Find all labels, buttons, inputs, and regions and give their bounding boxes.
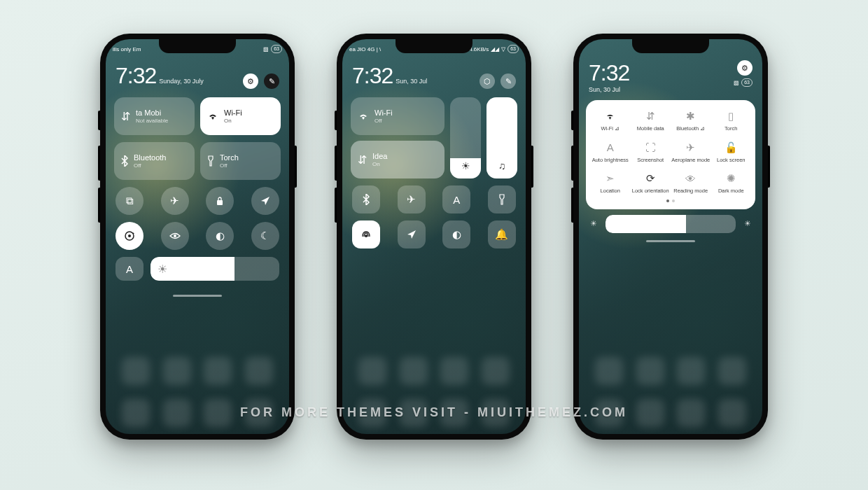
qs-label: Torch: [724, 126, 737, 132]
qs-mobile[interactable]: ⇵Mobile data: [631, 110, 671, 132]
qs-location[interactable]: ➣Location: [590, 172, 631, 194]
mobile-data-tile[interactable]: ⇵ ta Mobi Not available: [114, 97, 195, 135]
lock-icon: [216, 196, 224, 206]
qs-screenshot[interactable]: ⛶Screenshot: [631, 141, 671, 163]
qs-lockscreen[interactable]: 🔓Lock screen: [711, 141, 752, 163]
qs-darkmode[interactable]: ✺Dark mode: [711, 172, 752, 194]
battery-icon: 63: [507, 45, 519, 53]
quick-settings-card: Wi-Fi ⊿⇵Mobile data✱Bluetooth ⊿▯TorchAAu…: [586, 100, 755, 209]
hotspot-toggle[interactable]: [352, 220, 380, 248]
lockscreen-icon: 🔓: [724, 141, 738, 154]
edit-button[interactable]: ✎: [500, 74, 516, 89]
plane-icon: ✈: [407, 193, 416, 206]
brightness-slider[interactable]: ☀: [150, 257, 279, 281]
contrast-toggle[interactable]: ◐: [206, 222, 234, 250]
reading-toggle[interactable]: [161, 222, 189, 250]
edit-button[interactable]: ✎: [264, 74, 279, 89]
notch: [159, 39, 236, 53]
qs-bluetooth[interactable]: ✱Bluetooth ⊿: [671, 110, 711, 132]
bt-sub: Off: [134, 162, 166, 169]
wifi-tile[interactable]: Wi-Fi On: [200, 97, 281, 135]
data-icon: ⇵: [121, 110, 130, 123]
svg-point-2: [128, 234, 131, 237]
bluetooth-tile[interactable]: Bluetooth Off: [114, 142, 195, 180]
lockorient-icon: ⟳: [646, 172, 655, 185]
lock-toggle[interactable]: [206, 187, 234, 215]
mobile-data-tile[interactable]: ⇵ Idea On: [351, 141, 444, 178]
idea-sub: On: [372, 161, 387, 167]
auto-icon: A: [126, 263, 133, 275]
auto-icon: A: [453, 194, 460, 206]
qs-label: Location: [601, 188, 620, 194]
clock-time: 7:32: [589, 60, 629, 86]
rotation-lock-toggle[interactable]: [115, 222, 144, 250]
settings-button[interactable]: ⚙: [737, 60, 752, 76]
no-sim-icon: ▧: [263, 46, 269, 52]
pen-icon: ✎: [269, 77, 275, 86]
location-toggle[interactable]: [251, 187, 279, 215]
clock-date: Sun, 30 Jul: [396, 78, 427, 85]
qs-torch[interactable]: ▯Torch: [711, 110, 752, 132]
plane-icon: ✈: [170, 195, 179, 207]
qs-lockorient[interactable]: ⟳Lock orientation: [631, 172, 671, 194]
panel-drag-handle[interactable]: [173, 295, 222, 297]
location-icon: ➣: [606, 172, 615, 185]
sun-high-icon: ☀: [740, 219, 755, 228]
qs-label: Screenshot: [637, 158, 664, 163]
mobile-sub: Not available: [136, 118, 168, 124]
brightness-slider[interactable]: ☀: [450, 97, 481, 178]
cast-toggle[interactable]: ⧉: [115, 187, 144, 215]
brightness-slider[interactable]: [606, 215, 736, 233]
panel-drag-handle[interactable]: [646, 240, 695, 242]
qs-label: Wi-Fi ⊿: [601, 126, 620, 132]
brightness-fill: ☀: [150, 257, 234, 281]
settings-button[interactable]: ⬡: [479, 74, 495, 89]
clock-time: 7:32: [115, 63, 156, 89]
aeroplane-toggle[interactable]: ✈: [398, 186, 426, 214]
torch-label: Torch: [220, 153, 239, 162]
auto-brightness-toggle[interactable]: A: [115, 257, 144, 281]
bluetooth-toggle[interactable]: [352, 186, 380, 214]
torch-tile[interactable]: Torch Off: [200, 142, 281, 180]
settings-button[interactable]: ⚙: [243, 74, 258, 89]
auto-brightness-toggle[interactable]: A: [442, 186, 470, 214]
wifi-sub: Off: [374, 118, 393, 124]
qs-wifi[interactable]: Wi-Fi ⊿: [590, 110, 631, 132]
svg-rect-0: [217, 200, 223, 205]
rotation-icon: [124, 230, 135, 241]
nav-icon: [260, 196, 270, 206]
contrast-toggle[interactable]: ◐: [442, 220, 470, 248]
notch: [632, 39, 709, 53]
qs-aeroplane[interactable]: ✈Aeroplane mode: [671, 141, 711, 163]
dnd-toggle[interactable]: ☾: [251, 222, 279, 250]
volume-slider[interactable]: ♫: [486, 97, 517, 178]
notch: [396, 39, 472, 53]
wifi-icon: [605, 110, 615, 122]
gear-icon: ⚙: [741, 64, 748, 73]
qs-autobright[interactable]: AAuto brightness: [590, 141, 631, 163]
mobile-label: ta Mobi: [136, 108, 168, 118]
qs-label: Lock orientation: [632, 188, 669, 194]
phone-mockup-1: ills only Em ▧ 63 7:32 Sunday, 30 July ⚙…: [100, 34, 295, 440]
moon-icon: ☾: [260, 230, 270, 242]
sun-icon: ☀: [461, 160, 470, 172]
edit-icon: ✎: [505, 77, 512, 86]
bell-icon: 🔔: [495, 228, 508, 241]
qs-reading[interactable]: 👁Reading mode: [671, 172, 711, 194]
svg-point-4: [365, 234, 368, 237]
torch-toggle[interactable]: [488, 186, 516, 214]
svg-point-3: [174, 234, 176, 237]
wifi-tile[interactable]: Wi-Fi Off: [351, 97, 444, 135]
sound-toggle[interactable]: 🔔: [488, 220, 516, 248]
qs-label: Dark mode: [718, 188, 744, 194]
location-toggle[interactable]: [398, 220, 426, 248]
gear-icon: ⚙: [247, 77, 254, 86]
torch-icon: ▯: [728, 110, 734, 122]
qs-label: Reading mode: [673, 188, 708, 194]
aeroplane-icon: ✈: [686, 141, 695, 154]
torch-sub: Off: [220, 162, 239, 169]
contrast-icon: ◐: [452, 228, 461, 241]
qs-label: Auto brightness: [592, 158, 629, 163]
signal-icon: ▽: [501, 46, 505, 52]
aeroplane-toggle[interactable]: ✈: [161, 187, 189, 215]
